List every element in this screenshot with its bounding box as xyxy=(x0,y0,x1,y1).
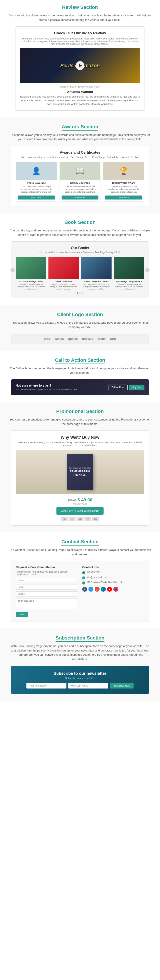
book-desc-3: This page of literature depicts a settin… xyxy=(81,283,112,290)
cta-section: Call to Action Section The Call to Actio… xyxy=(0,351,160,402)
awards-inner: Awards and Certificates You can add/modi… xyxy=(11,146,149,206)
instagram-icon[interactable]: 📷 xyxy=(114,587,118,592)
amex-icon: AMEX xyxy=(77,517,83,521)
book-item-3: Chase Dangerous Doubts This page of lite… xyxy=(81,257,112,290)
cta-buy-button[interactable]: Buy Now xyxy=(130,385,144,390)
phone-icon: 📞 xyxy=(82,571,85,574)
twitter-icon[interactable]: t xyxy=(88,587,93,592)
email-field-wrapper xyxy=(16,585,78,590)
client-logo-1: ztos xyxy=(44,337,50,340)
award-text-3: Creative work begins to fit the developm… xyxy=(105,185,142,194)
mc-icon: MC xyxy=(69,517,75,521)
email-text: info@youremail.com xyxy=(87,576,107,579)
linkedin-icon[interactable]: in xyxy=(101,587,106,592)
payment-icons: VISA MC AMEX PP DISC xyxy=(16,517,144,521)
sub-banner: Subscribe to our newsletter Subscribe to… xyxy=(11,666,149,694)
book-award-icon: 📖 xyxy=(75,167,85,175)
books-inner: Our Books You can add/click across these… xyxy=(11,242,149,298)
award-btn-1[interactable]: Read More xyxy=(18,196,55,199)
price-note: 8 author books xyxy=(16,503,144,505)
book-title-2: Good Traffic Boy xyxy=(48,280,79,283)
sub-firstname-input[interactable] xyxy=(26,683,66,689)
cta-description: The Call to Action section on the homepa… xyxy=(9,366,151,375)
cta-buttons: Tell Me More Buy Now xyxy=(108,385,144,390)
subject-input[interactable] xyxy=(16,592,78,597)
books-inner-sub: You can add/click across these statement… xyxy=(16,251,144,254)
cta-title: Call to Action Section xyxy=(55,357,105,364)
books-title: Book Section xyxy=(64,220,96,226)
review-title: Review Section xyxy=(62,5,98,11)
name-input[interactable] xyxy=(16,578,78,583)
book-bestselling-label: BESTSELLING TITLE 2024 xyxy=(69,467,91,469)
cta-banner: Not sure where to start? You can add the… xyxy=(11,379,149,395)
author-name: Amanda Watson xyxy=(20,90,140,94)
subscribe-button[interactable]: Subscribe Now xyxy=(110,683,134,689)
trophy-icon: 🏆 xyxy=(119,167,128,175)
book-3d: BESTSELLING TITLE 2024 REMEMBERING HIS N… xyxy=(67,454,93,490)
client-logos-row: ztos qantas gutline freevaly orbits DIRI xyxy=(16,337,144,340)
award-title-3: Digital World Award xyxy=(105,181,142,184)
book-section: Book Section You can display and promote… xyxy=(0,213,160,305)
awards-inner-sub: You can add/modify section title/descrip… xyxy=(16,156,144,159)
dot-2[interactable] xyxy=(79,293,81,294)
email-icon: ✉ xyxy=(82,576,85,579)
book-title-3: Chase Dangerous Doubts xyxy=(81,280,112,283)
promo-inner-title: Why Wait? Buy Now xyxy=(16,435,144,440)
video-thumbnail[interactable]: Perils of Amazon xyxy=(20,48,140,83)
youtube-icon[interactable]: ▶ xyxy=(107,587,112,592)
googleplus-icon[interactable]: g+ xyxy=(95,587,99,592)
promo-pricing: $70.00 $ 49.00 8 author books xyxy=(16,498,144,505)
sub-banner-title: Subscribe to our newsletter xyxy=(16,671,144,676)
play-icon xyxy=(79,64,82,67)
client-logo-2: qantas xyxy=(54,337,64,340)
sub-description: With Book Landing Page pro theme, you ca… xyxy=(9,644,151,661)
dot-1[interactable] xyxy=(77,293,78,294)
message-input[interactable] xyxy=(16,598,78,609)
sub-lastname-input[interactable] xyxy=(68,683,108,689)
pp-icon: PP xyxy=(85,517,91,521)
book-3d-title2: HIS NAME xyxy=(74,474,87,477)
book-item-1: Art of Sprite Page Draws This page of li… xyxy=(16,257,46,290)
books-description: You can display and promote your other b… xyxy=(9,228,151,237)
name-field xyxy=(16,578,78,583)
award-btn-2[interactable]: Read More xyxy=(62,196,99,199)
award-title-2: Galaxy Coverage xyxy=(62,181,99,184)
video-card-subtitle: Books can be understood as simultaneousl… xyxy=(20,37,140,45)
visa-icon: VISA xyxy=(61,517,68,521)
award-btn-3[interactable]: Read More xyxy=(105,196,142,199)
award-card-3: 🏆 Digital World Award Creative work begi… xyxy=(103,162,144,202)
address-item: 📍 123 Stonewall Trade, New York, US xyxy=(82,581,144,585)
book-item-2: Good Traffic Boy This page of literature… xyxy=(48,257,79,290)
next-book-button[interactable]: › xyxy=(145,267,150,272)
sub-title: Subscription Section xyxy=(56,635,104,642)
social-icons-row: f t g+ in ▶ 📷 xyxy=(82,587,144,592)
sub-banner-sub: Subscribe to our newsletter xyxy=(16,677,144,679)
contact-info-title: Contact Info xyxy=(82,565,144,569)
cta-tell-me-button[interactable]: Tell Me More xyxy=(108,385,128,390)
promo-inner: Why Wait? Buy Now Why are you still wait… xyxy=(11,431,149,526)
email-input[interactable] xyxy=(16,585,78,590)
play-button[interactable] xyxy=(75,61,85,70)
awards-inner-title: Awards and Certificates xyxy=(16,151,144,154)
award-card-2: 📖 Galaxy Coverage This presentation awar… xyxy=(59,162,101,202)
review-section: Review Section You can add the video rev… xyxy=(0,0,160,117)
promo-inner-sub: Why are you still waiting, join the new … xyxy=(16,441,144,447)
client-logo-4: freevaly xyxy=(82,337,93,340)
facebook-icon[interactable]: f xyxy=(82,587,87,592)
client-logo-3: gutline xyxy=(68,337,78,340)
contact-title: Contact Section xyxy=(61,539,98,546)
contact-info-area: Contact Info 📞 123 456 7890 ✉ info@youre… xyxy=(82,565,144,617)
award-text-1: This presentation award example represen… xyxy=(18,185,55,194)
dot-3[interactable] xyxy=(82,293,83,294)
prev-book-button[interactable]: ‹ xyxy=(10,267,15,272)
book-cover-2 xyxy=(48,257,79,279)
promo-buy-button[interactable]: Click Here to Clear Check Stand xyxy=(56,507,104,515)
award-image-1: 👤 xyxy=(16,162,57,180)
book-title-4: Sprite Page Companion Kit xyxy=(114,280,144,283)
new-price: $ 49.00 xyxy=(78,498,93,502)
address-icon: 📍 xyxy=(82,581,85,585)
contact-inner: Request a Free Consultation Fill up this… xyxy=(11,561,149,622)
contact-submit-button[interactable]: Send xyxy=(16,612,28,617)
video-label: Perils of Amazon Book Promotion Video xyxy=(20,86,140,88)
award-image-3: 🏆 xyxy=(103,162,144,180)
